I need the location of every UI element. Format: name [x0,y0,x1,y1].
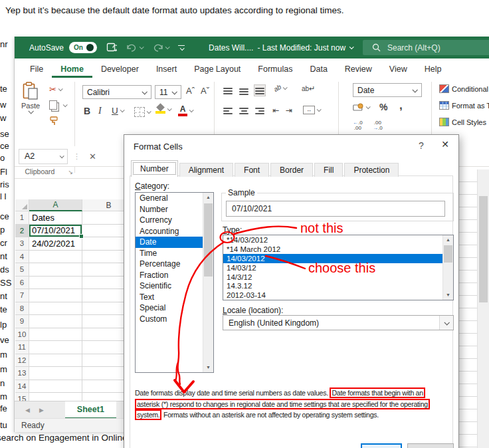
cell-column-a[interactable] [29,328,82,342]
row-header[interactable]: 1 [15,211,29,225]
format-painter-button[interactable] [49,116,58,126]
search-input[interactable]: Search (Alt+Q) [363,40,489,55]
comma-style-button[interactable]: , [399,99,403,112]
cell-column-a[interactable] [29,277,82,290]
category-item[interactable]: Special [136,302,203,314]
fill-color-button[interactable] [155,104,171,114]
cell-column-a[interactable] [29,354,82,368]
row-header[interactable]: 12 [15,354,29,368]
scroll-down-icon[interactable]: ▼ [443,290,453,300]
row-header[interactable]: 10 [15,328,29,342]
number-format-combo[interactable]: Date [353,83,422,97]
dialog-tab[interactable]: Border [270,163,313,177]
ribbon-tab[interactable]: View [381,60,416,78]
row-header[interactable]: 14 [15,380,29,393]
cell-column-a[interactable] [29,263,82,277]
type-item[interactable]: 14.3.12 [223,281,443,290]
italic-button[interactable]: I [98,106,102,116]
shrink-font-button[interactable]: Aˇ [201,86,209,96]
row-header[interactable]: 9 [15,315,29,328]
increase-indent-button[interactable]: ⇥ [286,106,292,115]
sheet-nav-right-icon[interactable]: ▶ [39,407,53,413]
dropdown-chevron-icon[interactable] [439,316,453,330]
row-header[interactable]: 6 [15,277,29,290]
column-header[interactable]: A [29,199,82,211]
ribbon-tab[interactable]: Page Layout [185,60,249,78]
align-middle-button[interactable] [238,86,250,98]
percent-style-button[interactable]: % [379,102,387,112]
ok-button[interactable] [361,443,402,448]
type-item[interactable]: 2012-03-14 [223,290,443,300]
redo-icon[interactable] [152,43,169,52]
type-item[interactable]: *14/03/2012 [223,235,443,245]
align-top-button[interactable] [222,86,234,98]
save-icon[interactable] [106,43,117,53]
format-as-table-button[interactable]: Format as Table [439,101,489,110]
undo-icon[interactable] [126,43,143,52]
cell-column-a[interactable] [29,289,82,302]
scroll-up-icon[interactable]: ▲ [203,193,213,202]
align-center-button[interactable] [238,106,250,118]
orientation-button[interactable]: ab [274,84,286,92]
category-item[interactable]: General [136,193,203,204]
dialog-tab[interactable]: Font [235,163,269,177]
category-item[interactable]: Custom [136,314,203,325]
name-box[interactable]: A2 [19,149,68,164]
align-left-button[interactable] [222,106,234,118]
type-item[interactable]: *14 March 2012 [223,245,443,254]
row-header[interactable]: 8 [15,302,29,316]
cell-column-a[interactable]: 07/10/2021 [29,225,82,238]
row-header[interactable]: 3 [15,237,29,251]
ribbon-tab[interactable]: Help [416,60,450,78]
dialog-help-button[interactable]: ? [414,140,429,151]
scrollbar-thumb[interactable] [479,196,488,302]
category-item[interactable]: Time [136,248,203,259]
copy-button[interactable] [49,100,66,110]
category-scrollbar[interactable]: ▲ ▼ [203,193,213,372]
category-item[interactable]: Currency [136,215,203,226]
locale-dropdown[interactable]: English (United Kingdom) [223,315,454,330]
category-item[interactable]: Accounting [136,226,203,237]
cell-column-a[interactable] [29,302,82,316]
type-item[interactable]: 14/03/12 [223,263,443,273]
sheet-nav-arrows[interactable]: ◀▶ [25,407,53,413]
category-item[interactable]: Number [136,204,203,215]
category-item[interactable]: Fraction [136,270,203,281]
ribbon-tab[interactable]: Developer [92,60,147,78]
decrease-indent-button[interactable]: ⇤ [272,106,279,115]
select-all-corner[interactable] [15,199,29,211]
dialog-tab[interactable]: Alignment [179,163,233,177]
font-size-combo[interactable]: 11 [155,85,181,99]
grow-font-button[interactable]: Aˆ [186,86,195,96]
font-color-button[interactable]: A [178,104,193,116]
ribbon-tab[interactable]: Formulas [249,60,301,78]
align-bottom-button[interactable] [254,84,266,96]
row-header[interactable]: 2 [15,225,29,238]
cancel-button[interactable] [407,443,454,448]
cell-column-a[interactable]: Dates [29,211,82,225]
cell-column-a[interactable] [29,380,82,393]
dialog-tab[interactable]: Fill [314,163,343,177]
align-right-button[interactable] [254,106,266,118]
scrollbar-thumb[interactable] [444,245,452,263]
sheet-nav-left-icon[interactable]: ◀ [25,407,39,413]
row-header[interactable]: 7 [15,289,29,302]
accounting-format-button[interactable] [353,103,369,111]
row-header[interactable]: 4 [15,251,29,264]
scroll-down-icon[interactable]: ▼ [203,363,213,372]
underline-button[interactable]: U [112,106,124,116]
cell-styles-button[interactable]: Cell Styles [439,118,486,126]
type-item[interactable]: 14/3/12 [223,273,443,282]
cell-column-a[interactable] [29,367,82,380]
type-listbox[interactable]: *14/03/2012*14 March 201214/03/201214/03… [223,235,454,300]
scroll-up-icon[interactable]: ▲ [443,235,453,245]
sheet-tab-sheet1[interactable]: Sheet1 [65,401,116,419]
decrease-decimal-button[interactable]: .00→.0 [373,120,383,131]
font-name-combo[interactable]: Calibri [82,85,151,99]
cell-column-a[interactable] [29,315,82,328]
row-header[interactable]: 11 [15,341,29,354]
increase-decimal-button[interactable]: ←.0.00 [353,120,363,131]
category-listbox[interactable]: GeneralNumberCurrencyAccountingDateTimeP… [135,192,214,373]
merge-center-button[interactable]: ↔ [303,106,320,114]
title-chevron-icon[interactable] [349,45,354,49]
